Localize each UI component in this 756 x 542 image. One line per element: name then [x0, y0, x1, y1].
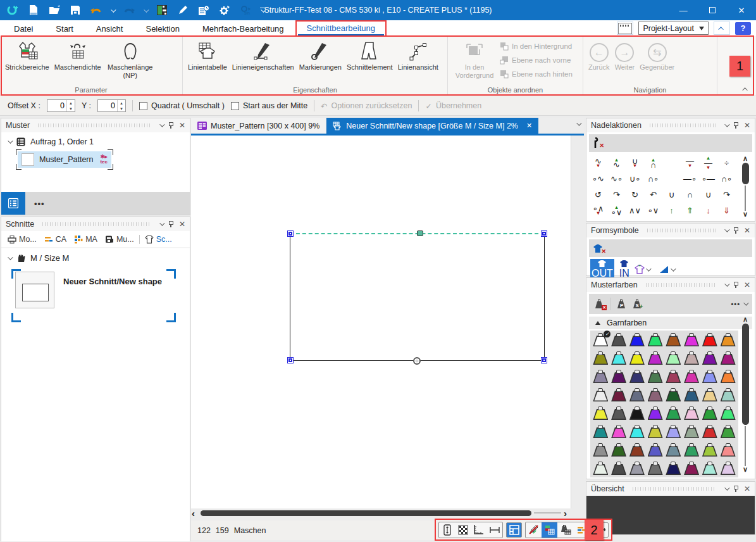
yarn-color-swatch[interactable]: [629, 388, 645, 401]
menu-item-start[interactable]: Start: [47, 22, 82, 35]
yarn-color-swatch[interactable]: [684, 351, 699, 365]
tab-ma[interactable]: MA: [71, 234, 100, 245]
tree-expand-icon[interactable]: [8, 138, 13, 143]
yarn-color-swatch[interactable]: [666, 351, 681, 365]
yarn-color-swatch[interactable]: [702, 333, 717, 346]
yarn-color-swatch[interactable]: [721, 462, 736, 475]
collapse-ribbon-button[interactable]: [714, 22, 730, 35]
offset-x-down-icon[interactable]: ▼: [67, 106, 75, 111]
section-garnfarben[interactable]: Garnfarben: [589, 317, 752, 329]
scrollbar-thumb[interactable]: [201, 510, 531, 516]
pin-icon[interactable]: [169, 122, 173, 126]
yarn-color-swatch[interactable]: [593, 443, 608, 457]
close-icon[interactable]: ✕: [744, 484, 750, 493]
needle-action-symbol[interactable]: ∩∘: [717, 171, 736, 187]
order-view-button[interactable]: [1, 192, 25, 215]
yarn-color-swatch[interactable]: [648, 462, 663, 475]
yarn-color-swatch[interactable]: [684, 425, 699, 438]
schnittelement-button[interactable]: Schnittelement: [344, 38, 395, 73]
needle-action-symbol[interactable]: ▴—▾: [699, 155, 717, 171]
machine-manager-icon[interactable]: [197, 4, 210, 16]
yarn-color-swatch[interactable]: [721, 443, 736, 457]
panel-chevron-icon[interactable]: [159, 122, 164, 127]
panel-chevron-icon[interactable]: [724, 485, 729, 490]
undo-dropdown-icon[interactable]: [111, 7, 115, 14]
undo-icon[interactable]: [90, 4, 102, 16]
yarn-color-swatch[interactable]: [684, 443, 699, 457]
menu-item-selektion[interactable]: Selektion: [137, 22, 188, 35]
needle-action-symbol[interactable]: ↶: [644, 187, 662, 203]
offset-y-up-icon[interactable]: ▲: [118, 100, 125, 106]
open-file-icon[interactable]: [48, 4, 61, 16]
triangle-tool-dropdown[interactable]: [659, 265, 674, 274]
markierungen-button[interactable]: Markierungen: [297, 38, 344, 73]
yarn-color-swatch[interactable]: [593, 406, 608, 420]
tree-expand-icon[interactable]: [8, 255, 13, 260]
yarn-table-button[interactable]: [557, 522, 573, 538]
new-document-icon[interactable]: [27, 4, 40, 16]
delete-color-icon[interactable]: ✕: [594, 299, 604, 309]
tab-ca[interactable]: CA: [42, 234, 69, 245]
measure-vertical-button[interactable]: [439, 522, 455, 538]
yarn-color-swatch[interactable]: [666, 370, 681, 383]
needle-action-symbol[interactable]: ⇓: [717, 203, 736, 218]
yarn-color-swatch[interactable]: [666, 388, 681, 401]
needle-action-symbol[interactable]: ∧∨: [626, 203, 644, 218]
yarn-color-swatch[interactable]: [611, 443, 626, 457]
shape-delete-icon[interactable]: ✕: [593, 244, 603, 253]
tab-schnitte[interactable]: Sc...: [142, 234, 175, 245]
needle-action-symbol[interactable]: ∘∧▾: [589, 203, 607, 218]
yarn-color-swatch[interactable]: [721, 425, 736, 438]
yarn-color-swatch[interactable]: [648, 425, 663, 438]
needle-action-symbol[interactable]: —▾: [681, 155, 699, 171]
maschenlaenge-button[interactable]: Maschenlänge (NP): [104, 38, 157, 80]
menu-item-schnittbearbeitung[interactable]: Schnittbearbeitung: [298, 22, 384, 35]
close-icon[interactable]: ✕: [744, 226, 750, 235]
needle-delete-icon[interactable]: ✕: [593, 137, 600, 149]
linienansicht-button[interactable]: Linienansicht: [395, 38, 441, 73]
offset-x-input[interactable]: [47, 100, 66, 111]
layout-selector-dropdown[interactable]: Projekt-Layout: [638, 22, 709, 35]
tab-module[interactable]: Mo...: [5, 234, 39, 245]
ruler-button[interactable]: [471, 522, 486, 538]
pin-icon[interactable]: [734, 227, 738, 231]
needle-action-symbol[interactable]: ⇑: [681, 203, 699, 218]
offset-y-input[interactable]: [98, 100, 117, 111]
needle-action-symbol[interactable]: [662, 171, 681, 187]
yarn-color-swatch[interactable]: [629, 351, 645, 365]
pin-icon[interactable]: [169, 221, 173, 225]
yarn-color-swatch[interactable]: [611, 351, 626, 365]
yarn-color-swatch[interactable]: [629, 443, 645, 457]
pin-icon[interactable]: [734, 282, 738, 286]
needle-action-symbol[interactable]: ∘∿: [589, 171, 607, 187]
yarn-color-swatch[interactable]: [666, 406, 681, 420]
raster-view-button[interactable]: [455, 522, 471, 538]
yarn-color-swatch[interactable]: [648, 351, 663, 365]
maximize-button[interactable]: [698, 0, 727, 20]
shape-handle-bottom-left[interactable]: [288, 358, 293, 363]
save-icon[interactable]: [69, 4, 82, 16]
yarn-color-swatch[interactable]: [702, 443, 717, 457]
settings-gear-icon[interactable]: [218, 4, 231, 16]
size-tree-item[interactable]: M / Size M: [1, 248, 190, 265]
scroll-up-icon[interactable]: ∧: [743, 155, 748, 161]
yarn-color-swatch[interactable]: [721, 388, 736, 401]
yarn-color-swatch[interactable]: [702, 351, 717, 365]
needle-action-symbol[interactable]: ↺: [589, 187, 607, 203]
yarn-color-swatch[interactable]: [684, 406, 699, 420]
panel-chevron-icon[interactable]: [724, 227, 729, 232]
yarn-color-swatch[interactable]: [684, 370, 699, 383]
tab-muster[interactable]: Mu...: [102, 234, 137, 245]
needle-action-symbol[interactable]: ▴∿: [607, 155, 626, 171]
yarn-color-swatch[interactable]: [593, 462, 608, 475]
more-options-dropdown[interactable]: •••: [731, 300, 747, 308]
tab-list-chevron-icon[interactable]: [576, 120, 581, 125]
yarn-color-swatch[interactable]: [702, 370, 717, 383]
scroll-down-icon[interactable]: ∨: [743, 211, 748, 217]
strickbereiche-button[interactable]: Strickbereiche: [3, 38, 52, 73]
yarn-color-swatch[interactable]: [721, 370, 736, 383]
needle-action-symbol[interactable]: —∘: [681, 171, 699, 187]
maschendichte-button[interactable]: Maschendichte: [52, 38, 104, 73]
yarn-color-swatch[interactable]: [684, 333, 699, 346]
scroll-up-icon[interactable]: ∧: [743, 316, 748, 322]
